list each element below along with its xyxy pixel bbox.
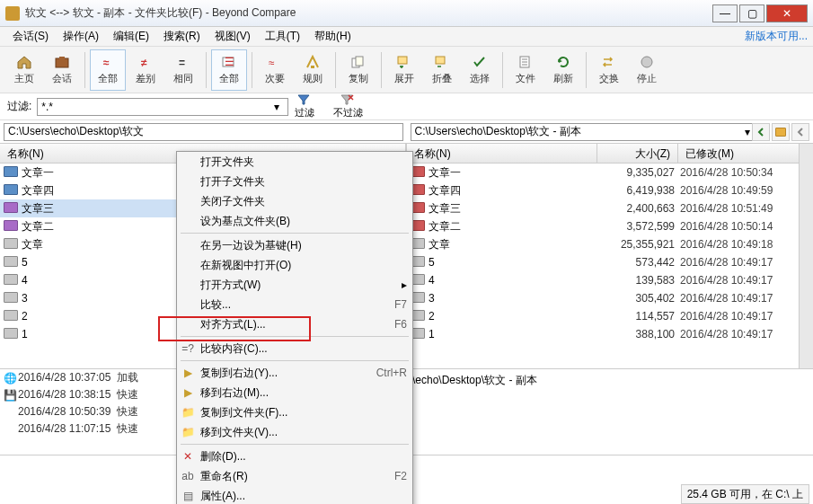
path-right-input[interactable] xyxy=(411,123,760,141)
menu-edit[interactable]: 编辑(E) xyxy=(106,27,156,46)
tool-stop[interactable]: 停止 xyxy=(629,49,665,91)
col-name[interactable]: 名称(N) xyxy=(407,144,597,163)
maximize-button[interactable]: ▢ xyxy=(739,4,764,22)
status-text: 25.4 GB 可用，在 C:\ 上 xyxy=(687,487,803,502)
filter-input[interactable] xyxy=(37,98,288,116)
ctx-W[interactable]: 打开方式(W)▸ xyxy=(177,275,412,295)
tool-collapse[interactable]: 折叠 xyxy=(424,49,460,91)
refresh-icon xyxy=(554,54,572,70)
tool-refresh[interactable]: 刷新 xyxy=(545,49,581,91)
select-icon xyxy=(471,54,489,70)
stop-icon xyxy=(638,54,656,70)
tool-home[interactable]: 主页 xyxy=(6,49,42,91)
svg-text:≠: ≠ xyxy=(141,57,147,69)
close-button[interactable]: ✕ xyxy=(766,4,808,22)
tool-all2[interactable]: ☰全部 xyxy=(211,49,247,91)
move-right-icon: ▶ xyxy=(181,385,195,400)
swap-icon xyxy=(600,54,618,70)
filter-dropdown-icon[interactable]: ▾ xyxy=(274,101,279,113)
compare-icon: =? xyxy=(181,341,195,356)
menu-view[interactable]: 视图(V) xyxy=(208,27,258,46)
folder-icon xyxy=(4,256,18,269)
ctx-[interactable]: 关闭子文件夹 xyxy=(177,191,412,211)
tool-swap[interactable]: 交换 xyxy=(591,49,627,91)
tool-rules[interactable]: 规则 xyxy=(295,49,331,91)
path-left-input[interactable] xyxy=(4,123,403,141)
tool-diff[interactable]: ≠差别 xyxy=(128,49,163,91)
file-row[interactable]: 1388,1002016/4/28 10:49:17 xyxy=(407,325,813,343)
all-icon: ≈ xyxy=(99,54,117,70)
col-modified[interactable]: 已修改(M) xyxy=(678,144,813,163)
menu-session[interactable]: 会话(S) xyxy=(5,27,56,46)
context-menu: 打开文件夹打开子文件夹关闭子文件夹设为基点文件夹(B)在另一边设为基键(H)在新… xyxy=(176,151,413,504)
funnel-x-icon xyxy=(340,93,356,106)
svg-rect-12 xyxy=(436,57,445,64)
new-version-link[interactable]: 新版本可用... xyxy=(745,29,808,44)
ctx-R[interactable]: ab重命名(R)F2 xyxy=(177,466,412,486)
col-size[interactable]: 大小(Z) xyxy=(597,144,678,163)
folder-icon xyxy=(4,184,18,197)
scrollbar[interactable] xyxy=(799,144,813,368)
file-row[interactable]: 文章四6,419,9382016/4/28 10:49:59 xyxy=(407,181,813,199)
menubar: 会话(S) 操作(A) 编辑(E) 搜索(R) 视图(V) 工具(T) 帮助(H… xyxy=(0,27,813,47)
tool-all[interactable]: ≈全部 xyxy=(90,49,126,91)
ctx-[interactable]: 打开文件夹 xyxy=(177,152,412,172)
tool-same[interactable]: =相同 xyxy=(165,49,201,91)
same-icon: = xyxy=(174,54,192,70)
path-back-button[interactable] xyxy=(752,123,770,141)
ctx-C[interactable]: =?比较内容(C)... xyxy=(177,339,412,358)
ctx-V[interactable]: 📁移到文件夹(V)... xyxy=(177,422,412,442)
svg-text:☰: ☰ xyxy=(225,56,234,68)
ctx-O[interactable]: 在新视图中打开(O) xyxy=(177,255,412,275)
ctx-[interactable]: 比较...F7 xyxy=(177,295,412,314)
folder-icon xyxy=(4,292,18,305)
rules-icon xyxy=(304,54,322,70)
ctx-F[interactable]: 📁复制到文件夹(F)... xyxy=(177,402,412,422)
ctx-B[interactable]: 设为基点文件夹(B) xyxy=(177,211,412,231)
props-icon: ▤ xyxy=(181,489,195,503)
save-icon: 💾 xyxy=(4,389,18,402)
minimize-button[interactable]: — xyxy=(712,4,738,22)
ctx-A[interactable]: ▤属性(A)... xyxy=(177,486,412,504)
file-row[interactable]: 4139,5832016/4/28 10:49:17 xyxy=(407,271,813,289)
file-row[interactable]: 文章一9,335,0272016/4/28 10:50:34 xyxy=(407,164,813,181)
minor-icon: ≈ xyxy=(266,54,284,70)
svg-text:≈: ≈ xyxy=(269,57,275,69)
tool-select[interactable]: 选择 xyxy=(462,49,498,91)
files-icon xyxy=(517,54,535,70)
tool-copy[interactable]: 复制 xyxy=(340,49,376,91)
file-row[interactable]: 文章三2,400,6632016/4/28 10:51:49 xyxy=(407,199,813,217)
path-right: ▾ xyxy=(407,120,814,143)
file-row[interactable]: 3305,4022016/4/28 10:49:17 xyxy=(407,289,813,307)
ctx-H[interactable]: 在另一边设为基键(H) xyxy=(177,235,412,255)
ctx-M[interactable]: ▶移到右边(M)... xyxy=(177,383,412,402)
file-row[interactable]: 5573,4422016/4/28 10:49:17 xyxy=(407,253,813,271)
chevron-down-icon[interactable]: ▾ xyxy=(745,126,750,138)
tool-session[interactable]: 会话 xyxy=(44,49,80,91)
tool-expand[interactable]: 展开 xyxy=(386,49,422,91)
menu-tools[interactable]: 工具(T) xyxy=(258,27,307,46)
svg-rect-1 xyxy=(59,57,65,59)
tool-minor[interactable]: ≈次要 xyxy=(257,49,293,91)
move-folder-icon: 📁 xyxy=(181,425,195,439)
pathbar: ▾ xyxy=(0,120,813,144)
filter-clear-button[interactable]: 不过滤 xyxy=(330,93,366,119)
file-row[interactable]: 文章25,355,9212016/4/28 10:49:18 xyxy=(407,235,813,253)
menu-help[interactable]: 帮助(H) xyxy=(307,27,358,46)
path-browse-button[interactable] xyxy=(772,123,790,141)
collapse-icon xyxy=(433,54,451,70)
ctx-[interactable]: 打开子文件夹 xyxy=(177,172,412,191)
menu-action[interactable]: 操作(A) xyxy=(56,27,106,46)
menu-search[interactable]: 搜索(R) xyxy=(156,27,208,46)
path-history-button[interactable] xyxy=(791,123,809,141)
window-title: 软文 <--> 软文 - 副本 - 文件夹比较(F) - Beyond Comp… xyxy=(25,5,711,21)
file-row[interactable]: 2114,5572016/4/28 10:49:17 xyxy=(407,307,813,325)
file-row[interactable]: 文章二3,572,5992016/4/28 10:50:14 xyxy=(407,217,813,235)
expand-icon xyxy=(395,54,413,70)
tool-files[interactable]: 文件 xyxy=(508,49,543,91)
ctx-L[interactable]: 对齐方式(L)...F6 xyxy=(177,314,412,334)
ctx-D[interactable]: ✕删除(D)... xyxy=(177,447,412,466)
filter-apply-button[interactable]: 过滤 xyxy=(287,93,323,119)
right-file-list[interactable]: 文章一9,335,0272016/4/28 10:50:34文章四6,419,9… xyxy=(407,164,813,368)
ctx-Y[interactable]: ▶复制到右边(Y)...Ctrl+R xyxy=(177,363,412,383)
